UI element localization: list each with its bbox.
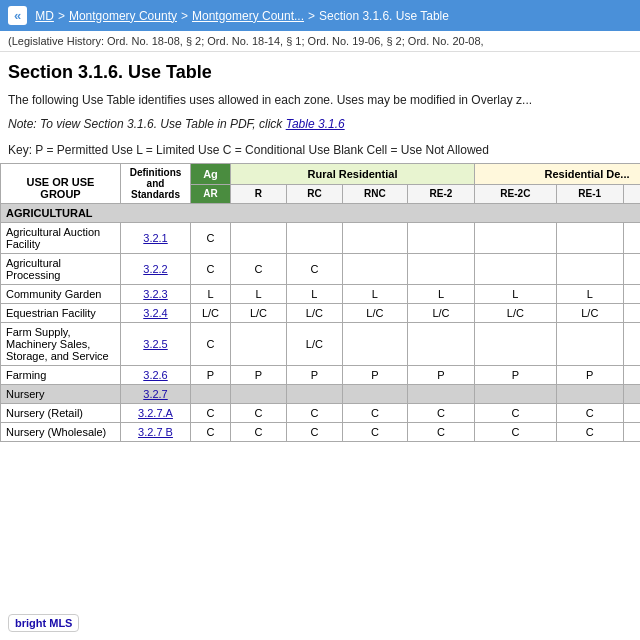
breadcrumb-montgomery-county[interactable]: Montgomery County — [69, 9, 177, 23]
rnc-cell — [342, 254, 407, 285]
def-cell[interactable]: 3.2.6 — [121, 366, 191, 385]
use-name-cell: Nursery (Retail) — [1, 404, 121, 423]
r200-cell: L/C — [623, 304, 640, 323]
use-name-cell: Community Garden — [1, 285, 121, 304]
rnc-cell: C — [342, 404, 407, 423]
re2c-cell: L — [475, 285, 557, 304]
breadcrumb-current: Section 3.1.6. Use Table — [319, 9, 449, 23]
use-name-cell: Agricultural Auction Facility — [1, 223, 121, 254]
r-header: R — [231, 184, 287, 203]
table-row: Farm Supply, Machinery Sales, Storage, a… — [1, 323, 641, 366]
r-cell: C — [231, 404, 287, 423]
r200-cell: L — [623, 285, 640, 304]
breadcrumb-sep-3: > — [308, 9, 315, 23]
re2c-cell: C — [475, 404, 557, 423]
ar-cell: L/C — [191, 304, 231, 323]
re1-cell: L/C — [556, 304, 623, 323]
residential-de-header: Residential De... — [475, 164, 640, 185]
use-name-cell: Farming — [1, 366, 121, 385]
use-name-cell: Nursery — [1, 385, 121, 404]
ar-header: AR — [191, 184, 231, 203]
r-cell: P — [231, 366, 287, 385]
use-group-header: USE OR USE GROUP — [1, 164, 121, 204]
column-group-row: USE OR USE GROUP DefinitionsandStandards… — [1, 164, 641, 185]
def-cell[interactable]: 3.2.7 — [121, 385, 191, 404]
re2-cell — [407, 385, 474, 404]
def-cell[interactable]: 3.2.3 — [121, 285, 191, 304]
def-cell[interactable]: 3.2.5 — [121, 323, 191, 366]
re2c-cell: C — [475, 423, 557, 442]
r200-cell: P — [623, 366, 640, 385]
r-cell: L — [231, 285, 287, 304]
re1-cell: C — [556, 423, 623, 442]
re2-cell: L — [407, 285, 474, 304]
re1-cell — [556, 254, 623, 285]
def-cell[interactable]: 3.2.4 — [121, 304, 191, 323]
re2-cell — [407, 323, 474, 366]
r200-cell — [623, 254, 640, 285]
rc-cell: L/C — [286, 323, 342, 366]
rc-cell: L/C — [286, 304, 342, 323]
table-row: Farming3.2.6PPPPPPPP — [1, 366, 641, 385]
breadcrumb-md[interactable]: MD — [35, 9, 54, 23]
section-header-cell: AGRICULTURAL — [1, 204, 641, 223]
r200-cell — [623, 385, 640, 404]
re1-cell — [556, 223, 623, 254]
rc-cell: C — [286, 404, 342, 423]
rc-cell: C — [286, 423, 342, 442]
rnc-cell: L — [342, 285, 407, 304]
re2-cell — [407, 223, 474, 254]
re1-header: RE-1 — [556, 184, 623, 203]
r-cell — [231, 385, 287, 404]
def-cell[interactable]: 3.2.2 — [121, 254, 191, 285]
table-link[interactable]: Table 3.1.6 — [286, 117, 345, 131]
def-cell[interactable]: 3.2.7 B — [121, 423, 191, 442]
r-cell: C — [231, 254, 287, 285]
r200-cell — [623, 223, 640, 254]
legislative-history: (Legislative History: Ord. No. 18-08, § … — [0, 31, 640, 52]
breadcrumb-sep-2: > — [181, 9, 188, 23]
rnc-cell — [342, 385, 407, 404]
ar-cell: L — [191, 285, 231, 304]
re2-cell: P — [407, 366, 474, 385]
rc-cell — [286, 385, 342, 404]
rnc-cell: L/C — [342, 304, 407, 323]
rc-cell: P — [286, 366, 342, 385]
breadcrumb-sep-1: > — [58, 9, 65, 23]
breadcrumb-montgomery-count[interactable]: Montgomery Count... — [192, 9, 304, 23]
def-cell[interactable]: 3.2.1 — [121, 223, 191, 254]
rc-cell: L — [286, 285, 342, 304]
description-text: The following Use Table identifies uses … — [0, 89, 640, 111]
rnc-cell: C — [342, 423, 407, 442]
rc-cell: C — [286, 254, 342, 285]
def-cell[interactable]: 3.2.7.A — [121, 404, 191, 423]
re1-cell: C — [556, 404, 623, 423]
r-cell: C — [231, 423, 287, 442]
key-row: Key: P = Permitted Use L = Limited Use C… — [0, 137, 640, 163]
re2c-cell — [475, 385, 557, 404]
re2c-cell: L/C — [475, 304, 557, 323]
re2-cell: C — [407, 423, 474, 442]
re2-cell: C — [407, 404, 474, 423]
rnc-header: RNC — [342, 184, 407, 203]
re2c-cell — [475, 254, 557, 285]
ar-cell: C — [191, 223, 231, 254]
ag-header: Ag — [191, 164, 231, 185]
section-title: Section 3.1.6. Use Table — [0, 52, 640, 89]
table-row: Agricultural Processing3.2.2CCC — [1, 254, 641, 285]
re2-header: RE-2 — [407, 184, 474, 203]
table-row: Nursery (Wholesale)3.2.7 BCCCCCCCC — [1, 423, 641, 442]
breadcrumb: « MD > Montgomery County > Montgomery Co… — [0, 0, 640, 31]
def-standards-header: DefinitionsandStandards — [121, 164, 191, 204]
use-name-cell: Equestrian Facility — [1, 304, 121, 323]
use-table: USE OR USE GROUP DefinitionsandStandards… — [0, 163, 640, 442]
re2-cell: L/C — [407, 304, 474, 323]
r-cell: L/C — [231, 304, 287, 323]
table-row: Nursery3.2.7 — [1, 385, 641, 404]
note-prefix: Note: To view Section 3.1.6. Use Table i… — [8, 117, 282, 131]
back-button[interactable]: « — [8, 6, 27, 25]
re2c-cell — [475, 323, 557, 366]
ar-cell: C — [191, 323, 231, 366]
r-cell — [231, 323, 287, 366]
table-row: Agricultural Auction Facility3.2.1C — [1, 223, 641, 254]
